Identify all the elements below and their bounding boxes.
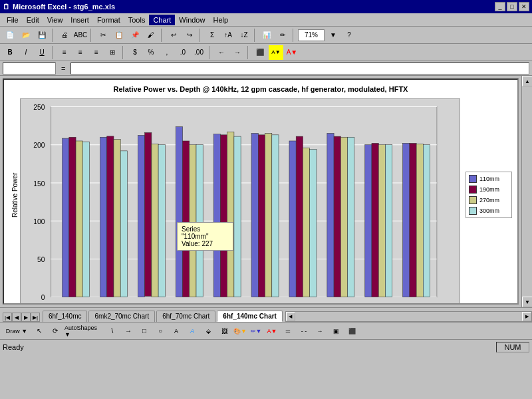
scroll-up-button[interactable]: ▲ xyxy=(522,76,532,86)
menu-help[interactable]: Help xyxy=(209,15,232,25)
undo-button[interactable]: ↩ xyxy=(166,28,181,43)
dash-style-button[interactable]: - - xyxy=(297,324,311,338)
sheet-tab-1[interactable]: 6hf_140mc xyxy=(43,311,87,322)
menu-file[interactable]: File xyxy=(3,15,23,25)
wordart-tool[interactable]: A xyxy=(185,324,200,338)
copy-button[interactable]: 📋 xyxy=(112,28,126,43)
align-left[interactable]: ≡ xyxy=(57,45,72,60)
decrease-decimal[interactable]: .00 xyxy=(192,45,206,60)
menu-insert[interactable]: Insert xyxy=(66,15,93,25)
tab-first-button[interactable]: |◀ xyxy=(3,313,12,322)
scroll-down-button[interactable]: ▼ xyxy=(522,297,532,307)
svg-rect-35 xyxy=(176,127,182,297)
open-button[interactable]: 📂 xyxy=(19,28,33,43)
fill-color-button[interactable]: A▼ xyxy=(269,45,283,60)
new-button[interactable]: 📄 xyxy=(3,28,17,43)
arrow-style-button[interactable]: → xyxy=(313,324,327,338)
svg-rect-60 xyxy=(410,143,416,297)
scroll-track[interactable] xyxy=(522,86,532,297)
svg-rect-43 xyxy=(251,134,258,297)
redo-button[interactable]: ↪ xyxy=(182,28,197,43)
tab-prev-button[interactable]: ◀ xyxy=(12,313,21,322)
line-style-button[interactable]: ═ xyxy=(281,324,295,338)
chart-container[interactable]: Relative Power vs. Depth @ 140kHz, 12 gp… xyxy=(3,78,519,305)
zoom-selector[interactable]: 71% xyxy=(298,29,325,41)
sheet-tab-3[interactable]: 6hf_70mc Chart xyxy=(156,311,215,322)
window-controls: _ □ ✕ xyxy=(495,2,529,11)
help-button[interactable]: ? xyxy=(342,28,356,43)
tab-last-button[interactable]: ▶| xyxy=(31,313,40,322)
chart-wizard-button[interactable]: 📊 xyxy=(259,28,274,43)
vertical-scrollbar[interactable]: ▲ ▼ xyxy=(521,76,532,307)
menu-format[interactable]: Format xyxy=(93,15,124,25)
scroll-right-button[interactable]: ▶ xyxy=(522,312,531,321)
font-color-button[interactable]: A▼ xyxy=(285,45,299,60)
name-box[interactable] xyxy=(3,63,56,74)
svg-text:50: 50 xyxy=(37,256,45,263)
svg-text:150: 150 xyxy=(33,180,45,188)
tab-next-button[interactable]: ▶ xyxy=(21,313,31,322)
svg-rect-37 xyxy=(190,145,196,297)
align-center[interactable]: ≡ xyxy=(73,45,88,60)
format-painter[interactable]: 🖌 xyxy=(144,28,158,43)
autoshapes-button[interactable]: AutoShapes ▼ xyxy=(64,324,104,338)
autosum-button[interactable]: Σ xyxy=(205,28,219,43)
svg-text:9: 9 xyxy=(376,303,380,305)
3d-button[interactable]: ⬛ xyxy=(344,324,359,338)
drawing-button[interactable]: ✏ xyxy=(275,28,290,43)
fill-color-draw-button[interactable]: 🎨▼ xyxy=(233,324,247,338)
sheet-tab-2[interactable]: 6mk2_70mc Chart xyxy=(88,311,155,322)
close-button[interactable]: ✕ xyxy=(519,2,529,11)
textbox-tool[interactable]: A xyxy=(169,324,184,338)
svg-text:5: 5 xyxy=(225,303,229,305)
spell-button[interactable]: ABC xyxy=(73,28,88,43)
indent-decrease[interactable]: ← xyxy=(214,45,229,60)
italic-button[interactable]: I xyxy=(19,45,33,60)
status-bar: Ready NUM xyxy=(0,339,532,354)
chart-svg: 250 200 150 100 50 0 1 2 3 4 5 6 7 xyxy=(21,99,460,305)
scroll-left-button[interactable]: ◀ xyxy=(286,312,295,321)
clipart-tool[interactable]: 🖼 xyxy=(217,324,231,338)
cut-button[interactable]: ✂ xyxy=(96,28,110,43)
print-button[interactable]: 🖨 xyxy=(57,28,72,43)
maximize-button[interactable]: □ xyxy=(507,2,517,11)
bold-button[interactable]: B xyxy=(3,45,17,60)
freeform-button[interactable]: ⟳ xyxy=(48,324,63,338)
align-right[interactable]: ≡ xyxy=(89,45,104,60)
increase-decimal[interactable]: .0 xyxy=(176,45,190,60)
zoom-dropdown[interactable]: ▼ xyxy=(326,28,340,43)
percent-button[interactable]: % xyxy=(144,45,158,60)
rect-tool[interactable]: □ xyxy=(137,324,152,338)
select-cursor-button[interactable]: ↖ xyxy=(32,324,47,338)
menu-tools[interactable]: Tools xyxy=(124,15,150,25)
menu-edit[interactable]: Edit xyxy=(23,15,43,25)
minimize-button[interactable]: _ xyxy=(495,2,505,11)
merge-center[interactable]: ⊞ xyxy=(105,45,120,60)
currency-button[interactable]: $ xyxy=(128,45,142,60)
menu-window[interactable]: Window xyxy=(175,15,209,25)
line-tool[interactable]: \ xyxy=(105,324,120,338)
font-color-draw-button[interactable]: A▼ xyxy=(265,324,279,338)
oval-tool[interactable]: ○ xyxy=(153,324,168,338)
paste-button[interactable]: 📌 xyxy=(128,28,142,43)
svg-text:200: 200 xyxy=(33,142,45,149)
shadow-button[interactable]: ▣ xyxy=(329,324,343,338)
draw-menu-button[interactable]: Draw ▼ xyxy=(3,324,31,338)
menu-view[interactable]: View xyxy=(43,15,67,25)
formula-input[interactable] xyxy=(70,63,529,74)
svg-rect-57 xyxy=(378,145,385,297)
menu-chart[interactable]: Chart xyxy=(149,15,175,25)
save-button[interactable]: 💾 xyxy=(35,28,49,43)
indent-increase[interactable]: → xyxy=(230,45,245,60)
arrow-tool[interactable]: → xyxy=(121,324,136,338)
horizontal-scrollbar[interactable]: ◀ ▶ xyxy=(285,311,532,322)
diagram-tool[interactable]: ⬙ xyxy=(201,324,215,338)
sheet-tab-4[interactable]: 6hf_140mc Chart xyxy=(217,311,283,322)
line-color-button[interactable]: ✏▼ xyxy=(249,324,263,338)
sort-asc-button[interactable]: ↑A xyxy=(221,28,235,43)
underline-button[interactable]: U xyxy=(35,45,49,60)
sort-desc-button[interactable]: ↓Z xyxy=(237,28,251,43)
comma-button[interactable]: , xyxy=(160,45,174,60)
borders-button[interactable]: ⬛ xyxy=(253,45,267,60)
svg-rect-23 xyxy=(63,138,69,297)
